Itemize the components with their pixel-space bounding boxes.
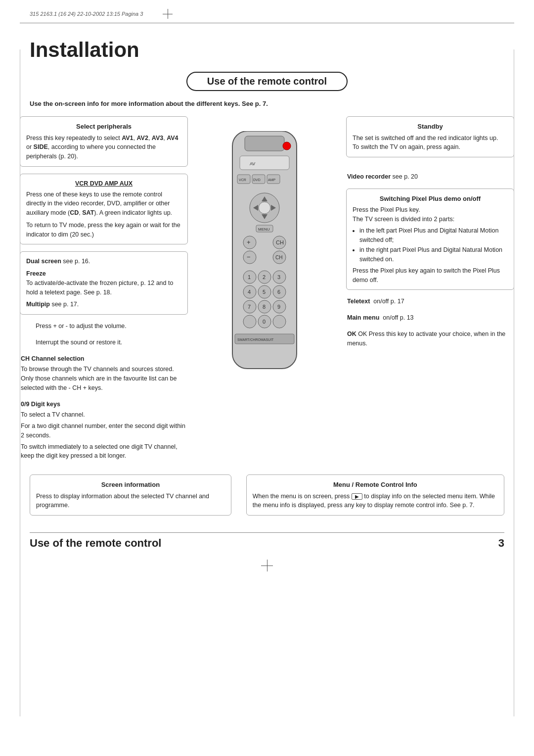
- center-column: AV VCR DVD AMP: [188, 116, 346, 390]
- digit-section: 0/9 Digit keys To select a TV channel. F…: [20, 400, 188, 461]
- select-peripherals-box: Select peripherals Press this key repeat…: [20, 116, 188, 167]
- video-recorder-text: Video recorder see p. 20: [347, 172, 513, 182]
- svg-text:8: 8: [263, 304, 266, 310]
- select-peripherals-title: Select peripherals: [26, 122, 181, 132]
- svg-text:CH: CH: [275, 255, 282, 260]
- screen-info-body: Press to display information about the s…: [36, 492, 225, 511]
- main-menu-section: Main menu on/off p. 13: [346, 313, 514, 323]
- left-margin-line: [20, 49, 20, 716]
- pixel-plus-bullet2: in the right part Pixel Plus and Digital…: [359, 245, 508, 264]
- screen-info-box: Screen information Press to display info…: [30, 474, 231, 516]
- svg-text:AV: AV: [250, 161, 255, 166]
- svg-text:0: 0: [263, 319, 266, 325]
- svg-text:−: −: [247, 253, 251, 261]
- mute-text: Interrupt the sound or restore it.: [21, 338, 187, 347]
- standby-box: Standby The set is switched off and the …: [346, 116, 514, 157]
- pixel-plus-body2: The TV screen is divided into 2 parts:: [353, 215, 508, 224]
- svg-text:3: 3: [277, 274, 280, 280]
- svg-rect-1: [245, 136, 284, 151]
- video-recorder-section: Video recorder see p. 20: [346, 172, 514, 182]
- crosshair-bottom: [261, 560, 273, 571]
- svg-text:9: 9: [277, 304, 280, 310]
- top-rule: [20, 23, 514, 23]
- standby-title: Standby: [353, 122, 508, 132]
- select-peripherals-body: Press this key repeatedly to select AV1,…: [26, 135, 178, 160]
- ch-section: CH Channel selection To browse through t…: [20, 354, 188, 393]
- ch-body: To browse through the TV channels and so…: [21, 365, 187, 392]
- left-column: Select peripherals Press this key repeat…: [20, 116, 188, 468]
- svg-point-50: [283, 142, 291, 150]
- dual-screen-box: Dual screen see p. 16. Freeze To activat…: [20, 251, 188, 315]
- intro-bold: Use the on-screen info for more informat…: [30, 100, 268, 107]
- mute-section: Interrupt the sound or restore it.: [20, 338, 188, 347]
- bottom-boxes: Screen information Press to display info…: [30, 474, 504, 522]
- vcr-dvd-body2: To return to TV mode, press the key agai…: [26, 221, 181, 239]
- meta-line: 315 2163.1 (16 24) 22-10-2002 13:15 Pagi…: [0, 0, 534, 19]
- section-heading-box: Use of the remote control: [186, 72, 348, 91]
- main-menu-text: Main menu on/off p. 13: [347, 313, 513, 323]
- svg-text:1: 1: [248, 274, 251, 280]
- standby-body1: The set is switched off and the red indi…: [353, 134, 508, 143]
- digit-body1: To select a TV channel.: [21, 410, 187, 420]
- svg-rect-2: [240, 156, 289, 170]
- dual-screen-label: Dual screen see p. 16.: [26, 257, 181, 266]
- svg-text:MENU: MENU: [258, 227, 270, 232]
- ok-text: OK OK Press this key to activate your ch…: [347, 330, 513, 348]
- svg-text:4: 4: [248, 289, 251, 295]
- svg-text:VCR: VCR: [239, 178, 246, 182]
- bottom-crosshair-container: [0, 560, 534, 571]
- menu-remote-body: When the menu is on screen, press ▶ to d…: [253, 492, 498, 511]
- digit-body2: For a two digit channel number, enter th…: [21, 422, 187, 440]
- svg-text:7: 7: [248, 304, 251, 310]
- svg-text:6: 6: [277, 289, 280, 295]
- main-content: Select peripherals Press this key repeat…: [20, 116, 514, 468]
- intro-text: Use the on-screen info for more informat…: [30, 100, 504, 107]
- ok-section: OK OK Press this key to activate your ch…: [346, 330, 514, 348]
- svg-point-47: [273, 315, 286, 328]
- svg-text:CH: CH: [276, 239, 284, 245]
- menu-remote-title: Menu / Remote Control Info: [253, 480, 498, 490]
- pixel-plus-list: in the left part Pixel Plus and Digital …: [353, 226, 508, 264]
- vcr-dvd-box: VCR DVD AMP AUX Press one of these keys …: [20, 174, 188, 245]
- pixel-plus-box: Switching Pixel Plus demo on/off Press t…: [346, 189, 514, 290]
- volume-section: Press + or - to adjust the volume.: [20, 322, 188, 331]
- svg-point-44: [243, 315, 256, 328]
- footer-title: Use of the remote control: [30, 537, 161, 550]
- pixel-plus-title: Switching Pixel Plus demo on/off: [353, 194, 508, 204]
- section-heading-container: Use of the remote control: [30, 72, 504, 91]
- freeze-title: Freeze: [26, 270, 46, 277]
- teletext-text: Teletext on/off p. 17: [347, 297, 513, 306]
- digit-title: 0/9 Digit keys: [21, 400, 187, 409]
- menu-remote-box: Menu / Remote Control Info When the menu…: [246, 474, 504, 516]
- teletext-section: Teletext on/off p. 17: [346, 297, 514, 306]
- freeze-body: To activate/de-activate the frozen pictu…: [26, 279, 181, 297]
- svg-text:5: 5: [263, 289, 266, 295]
- svg-text:DVD: DVD: [253, 178, 261, 182]
- screen-info-title: Screen information: [36, 480, 225, 490]
- volume-text: Press + or - to adjust the volume.: [21, 322, 187, 331]
- footer: Use of the remote control 3: [30, 532, 504, 550]
- meta-text: 315 2163.1 (16 24) 22-10-2002 13:15 Pagi…: [30, 11, 143, 17]
- ch-title: CH Channel selection: [21, 354, 187, 364]
- remote-control-image: AV VCR DVD AMP: [222, 131, 312, 390]
- multipip-label: Multipip see p. 17.: [26, 300, 181, 309]
- standby-body2: To switch the TV on again, press again.: [353, 142, 508, 152]
- svg-text:AMP: AMP: [268, 178, 276, 182]
- svg-point-11: [259, 202, 270, 214]
- digit-body3: To switch immediately to a selected one …: [21, 442, 187, 461]
- right-margin-line: [514, 49, 514, 716]
- right-column: Standby The set is switched off and the …: [346, 116, 514, 355]
- svg-text:2: 2: [263, 274, 266, 280]
- page-title: Installation: [30, 38, 504, 62]
- vcr-dvd-body1: Press one of these keys to use the remot…: [26, 190, 181, 218]
- pixel-plus-bullet1: in the left part Pixel Plus and Digital …: [359, 226, 508, 245]
- svg-text:SMART/CHROMASUIT: SMART/CHROMASUIT: [237, 338, 274, 341]
- pixel-plus-body3: Press the Pixel plus key again to switch…: [353, 266, 508, 285]
- footer-page: 3: [498, 537, 504, 550]
- crosshair-top: [163, 9, 173, 19]
- vcr-dvd-title: VCR DVD AMP AUX: [26, 179, 181, 189]
- svg-text:+: +: [247, 238, 251, 246]
- pixel-plus-body1: Press the Pixel Plus key.: [353, 205, 508, 215]
